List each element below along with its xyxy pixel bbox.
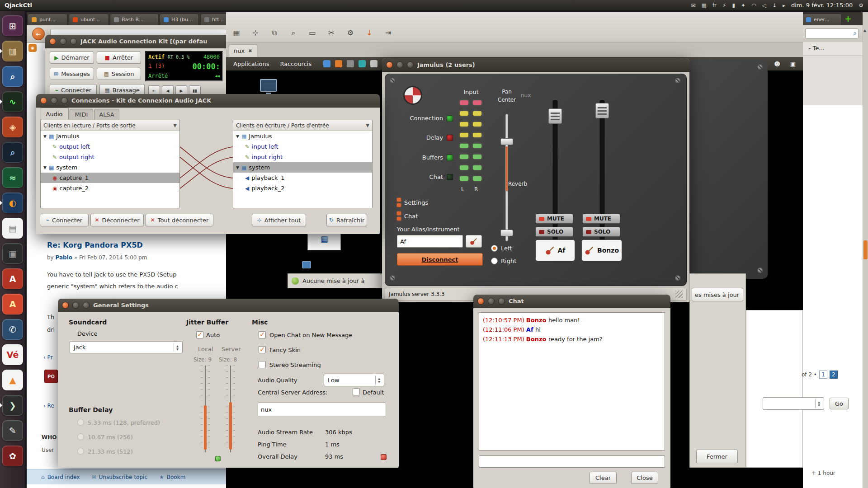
launcher-item-files[interactable]: ▥ (2, 41, 23, 61)
install-updates-button[interactable]: es mises à jour (692, 288, 743, 301)
session-button[interactable]: ▤Session (97, 68, 141, 80)
launcher-item-v-editor[interactable]: Vé (2, 344, 23, 365)
minimize-button[interactable] (396, 61, 403, 68)
rss-icon[interactable]: ◉ (28, 44, 37, 52)
minimize-button[interactable] (488, 298, 495, 305)
browser-tab[interactable]: ubunt... (69, 14, 109, 25)
tree-row[interactable]: ▼▦Jamulus (233, 131, 372, 141)
launcher-item-lens-dark[interactable]: ⌕ (2, 142, 23, 163)
tree-row[interactable]: ✎input right (233, 152, 372, 162)
qjackctl-titlebar[interactable]: JACK Audio Connection Kit [(par défau (45, 35, 231, 48)
launcher-item-softphone[interactable]: ✆ (2, 319, 23, 340)
copy-icon[interactable]: ⧉ (269, 27, 280, 38)
settings-titlebar[interactable]: General Settings (58, 299, 399, 312)
tree-row[interactable]: ▼▦system (41, 162, 179, 173)
usb-icon[interactable]: ⚡ (722, 2, 726, 9)
minimize-button[interactable] (72, 302, 79, 309)
pan-right-radio[interactable] (491, 258, 498, 264)
disconnect-button[interactable]: Disconnect (397, 253, 483, 266)
input-ports-header[interactable]: Clients en écriture / Ports d'entrée▼ (233, 120, 372, 131)
post-title[interactable]: Re: Korg Pandora PX5D (47, 241, 143, 249)
tree-row[interactable]: ✎output right (41, 152, 179, 162)
launcher-item-ink-pen[interactable]: ✎ (2, 420, 23, 441)
pointer-icon[interactable]: ⊹ (250, 27, 261, 38)
volume-icon[interactable]: ◁ (762, 2, 766, 9)
misc-checkbox[interactable] (259, 346, 266, 353)
minimize-button[interactable] (60, 38, 66, 45)
disconnect-button[interactable]: ✕Déconnecter (90, 214, 144, 226)
page-2-button[interactable]: 2 (830, 371, 838, 379)
display-icon[interactable]: ▦ (231, 27, 242, 38)
jamulus-titlebar[interactable]: Jamulus (2 users) (382, 58, 689, 72)
clear-button[interactable]: Clear (590, 472, 617, 484)
buffer-delay-radio[interactable] (77, 419, 84, 426)
vm-user-indicator-icon[interactable]: ☻ (774, 61, 780, 67)
vm-small-icon[interactable] (302, 261, 311, 268)
browser-tab[interactable]: punt... (28, 14, 67, 25)
wifi-icon[interactable]: ◠ (751, 2, 756, 9)
viewer-tab[interactable]: nux ✖ (229, 44, 257, 57)
scrollbar[interactable]: ▲ (863, 12, 868, 488)
launcher-item-text-editor[interactable]: ▤ (2, 218, 23, 239)
default-checkbox[interactable] (353, 388, 360, 395)
quit-icon[interactable]: ⇥ (382, 27, 394, 38)
close-chat-button[interactable]: Close (631, 472, 658, 484)
battery-icon[interactable]: ▮ (732, 2, 735, 9)
launcher-item-dash-home[interactable]: ⊞ (2, 15, 23, 36)
tab-audio[interactable]: Audio (40, 108, 69, 120)
fermer-button[interactable]: Fermer (696, 450, 738, 463)
tree-row[interactable]: ◀playback_2 (233, 183, 372, 193)
close-button[interactable] (386, 61, 393, 68)
launcher-item-terminal[interactable]: ❯ (2, 395, 23, 416)
channel2-mute-button[interactable]: MUTE (582, 214, 620, 224)
start-button[interactable]: ▶Démarrer (50, 52, 94, 64)
tab-alsa[interactable]: ALSA (94, 109, 119, 120)
alias-input[interactable]: Af (397, 235, 463, 248)
tree-row[interactable]: ◉capture_2 (41, 183, 179, 193)
post-author[interactable]: Pablo (56, 254, 73, 261)
previous-topic-link[interactable]: ‹ Pr (43, 354, 53, 361)
chat-input[interactable] (479, 455, 665, 468)
bluetooth-icon[interactable]: ✦ (741, 2, 745, 9)
misc-checkbox[interactable] (259, 331, 266, 338)
launcher-item-photo-swirl[interactable]: ✿ (2, 446, 23, 466)
sync-icon[interactable]: ↓ (772, 2, 777, 9)
tab-midi[interactable]: MIDI (70, 109, 93, 120)
vm-quicklaunch-icon[interactable] (370, 60, 377, 67)
close-button[interactable] (49, 38, 56, 45)
channel2-solo-button[interactable]: SOLO (582, 227, 620, 237)
disconnect-all-button[interactable]: ✕Tout déconnecter (146, 214, 213, 226)
page-1-button[interactable]: 1 (819, 371, 827, 379)
select-arrows-icon[interactable]: ▲▼ (815, 399, 822, 408)
go-button[interactable]: Go (830, 398, 849, 409)
launcher-item-software-center[interactable]: ◈ (2, 117, 23, 137)
tree-row[interactable]: ▼▦system (233, 162, 372, 173)
launcher-item-search-lens[interactable]: ⌕ (2, 66, 23, 87)
launcher-item-dark-app[interactable]: ▣ (2, 243, 23, 264)
keyboard-icon[interactable]: ▦ (702, 2, 707, 9)
tree-row[interactable]: ✎output left (41, 141, 179, 152)
browser-tab[interactable]: H3 (bu... (160, 14, 199, 25)
screenshot-icon[interactable]: ▭ (307, 27, 318, 38)
server-jitter-slider[interactable] (226, 366, 235, 452)
keyboard-layout[interactable]: fr (712, 2, 717, 9)
vm-quicklaunch-icon[interactable] (335, 60, 342, 67)
launcher-item-app-red-a[interactable]: A (2, 294, 23, 314)
browser-tab[interactable]: htt... (200, 14, 227, 25)
vm-quicklaunch-icon[interactable] (323, 60, 330, 67)
chat-button[interactable]: Chat (397, 211, 447, 221)
buffer-delay-radio[interactable] (77, 433, 84, 440)
auto-checkbox[interactable] (196, 331, 203, 338)
instrument-picker-button[interactable] (466, 235, 482, 248)
vm-display-indicator-icon[interactable]: ▣ (790, 61, 796, 67)
browser-tab[interactable]: Bash R... (110, 14, 159, 25)
maximize-button[interactable] (407, 61, 414, 68)
messages-button[interactable]: ✉Messages (50, 68, 94, 80)
launcher-item-firefox[interactable]: ◐ (2, 192, 23, 213)
local-jitter-slider[interactable] (201, 366, 210, 452)
mail-icon[interactable]: ✉ (691, 2, 695, 9)
scroll-up-icon[interactable]: ▲ (863, 28, 866, 33)
expander-icon[interactable]: ▼ (43, 134, 47, 139)
tree-row[interactable]: ◉capture_1 (41, 173, 179, 183)
minimize-button[interactable] (51, 97, 57, 104)
